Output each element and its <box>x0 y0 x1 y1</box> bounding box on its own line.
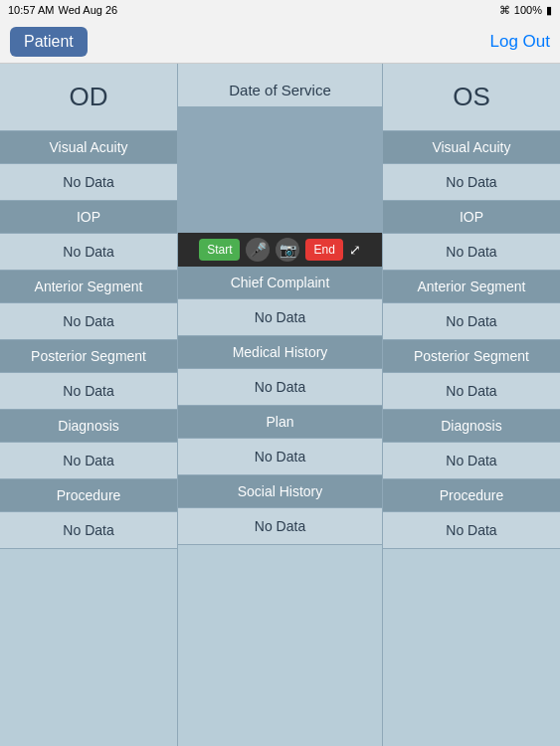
status-bar: 10:57 AM Wed Aug 26 ⌘ 100% ▮ <box>0 0 560 20</box>
col-os: OS Visual Acuity No Data IOP No Data Ant… <box>382 64 560 746</box>
status-left: 10:57 AM Wed Aug 26 <box>8 4 117 16</box>
middle-scroll: Chief Complaint No Data Medical History … <box>178 267 382 746</box>
col-od: OD Visual Acuity No Data IOP No Data Ant… <box>0 64 178 746</box>
main-content: OD Visual Acuity No Data IOP No Data Ant… <box>0 64 560 746</box>
os-diagnosis-data[interactable]: No Data <box>383 443 560 479</box>
patient-button[interactable]: Patient <box>10 27 88 57</box>
battery-label: 100% <box>514 4 542 16</box>
od-visual-acuity-label[interactable]: Visual Acuity <box>0 131 177 164</box>
expand-icon[interactable]: ⤢ <box>349 242 361 258</box>
wifi-icon: ⌘ <box>499 4 510 17</box>
od-procedure-label[interactable]: Procedure <box>0 479 177 512</box>
status-time: 10:57 AM <box>8 4 54 16</box>
os-anterior-segment-data[interactable]: No Data <box>383 303 560 340</box>
medical-history-label[interactable]: Medical History <box>178 336 382 369</box>
col-middle: Date of Service Start 🎤 📷 End ⤢ Chief Co… <box>178 64 382 746</box>
os-procedure-data[interactable]: No Data <box>383 512 560 549</box>
od-posterior-segment-data[interactable]: No Data <box>0 373 177 410</box>
video-area: Start 🎤 📷 End ⤢ <box>178 107 382 267</box>
status-right: ⌘ 100% ▮ <box>499 4 552 17</box>
social-history-data[interactable]: No Data <box>178 508 382 545</box>
os-iop-data[interactable]: No Data <box>383 234 560 271</box>
logout-button[interactable]: Log Out <box>490 32 551 52</box>
chief-complaint-data[interactable]: No Data <box>178 299 382 336</box>
os-procedure-label[interactable]: Procedure <box>383 479 560 512</box>
nav-bar: Patient Log Out <box>0 20 560 64</box>
grid-container: OD Visual Acuity No Data IOP No Data Ant… <box>0 64 560 746</box>
end-button[interactable]: End <box>305 239 342 261</box>
os-anterior-segment-label[interactable]: Anterior Segment <box>383 271 560 303</box>
status-date: Wed Aug 26 <box>58 4 117 16</box>
video-placeholder <box>178 107 382 233</box>
chief-complaint-label[interactable]: Chief Complaint <box>178 267 382 299</box>
plan-data[interactable]: No Data <box>178 439 382 475</box>
od-diagnosis-label[interactable]: Diagnosis <box>0 410 177 443</box>
video-controls: Start 🎤 📷 End ⤢ <box>178 233 382 267</box>
start-button[interactable]: Start <box>199 239 240 261</box>
os-iop-label[interactable]: IOP <box>383 201 560 234</box>
os-diagnosis-label[interactable]: Diagnosis <box>383 410 560 443</box>
os-header: OS <box>383 64 560 131</box>
od-visual-acuity-data[interactable]: No Data <box>0 164 177 201</box>
date-of-service-header: Date of Service <box>178 64 382 107</box>
od-iop-label[interactable]: IOP <box>0 201 177 234</box>
od-anterior-segment-data[interactable]: No Data <box>0 303 177 340</box>
os-posterior-segment-label[interactable]: Posterior Segment <box>383 340 560 373</box>
plan-label[interactable]: Plan <box>178 406 382 439</box>
od-diagnosis-data[interactable]: No Data <box>0 443 177 479</box>
od-procedure-data[interactable]: No Data <box>0 512 177 549</box>
camera-icon[interactable]: 📷 <box>276 238 299 262</box>
battery-icon: ▮ <box>546 4 552 17</box>
od-header: OD <box>0 64 177 131</box>
od-iop-data[interactable]: No Data <box>0 234 177 271</box>
social-history-label[interactable]: Social History <box>178 475 382 508</box>
os-visual-acuity-data[interactable]: No Data <box>383 164 560 201</box>
od-anterior-segment-label[interactable]: Anterior Segment <box>0 271 177 303</box>
mic-icon[interactable]: 🎤 <box>246 238 270 262</box>
od-posterior-segment-label[interactable]: Posterior Segment <box>0 340 177 373</box>
os-visual-acuity-label[interactable]: Visual Acuity <box>383 131 560 164</box>
medical-history-data[interactable]: No Data <box>178 369 382 406</box>
os-posterior-segment-data[interactable]: No Data <box>383 373 560 410</box>
